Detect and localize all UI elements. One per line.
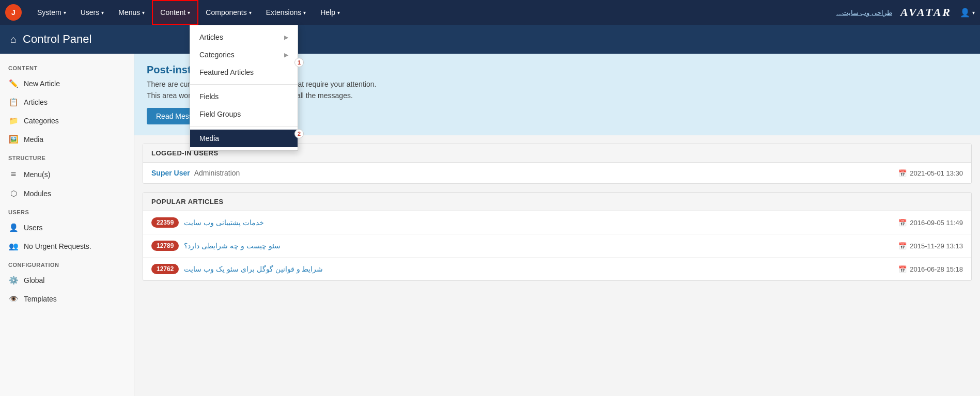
dropdown-media[interactable]: Media (190, 130, 298, 147)
calendar-icon: 📅 (898, 219, 907, 227)
chevron-right-icon: ▶ (284, 34, 288, 41)
pencil-icon: ✏️ (8, 79, 19, 88)
dropdown-articles[interactable]: Articles ▶ (190, 28, 298, 46)
user-role: Administration (194, 169, 240, 177)
article-date: 📅 2016-09-05 11:49 (898, 219, 963, 227)
eye-icon: 👁️ (8, 294, 19, 304)
modules-icon: ⬡ (8, 189, 19, 198)
home-icon[interactable]: ⌂ (10, 34, 17, 45)
sidebar-item-modules[interactable]: ⬡ Modules (0, 184, 134, 203)
calendar-icon: 📅 (898, 169, 907, 177)
sidebar-item-no-urgent[interactable]: 👥 No Urgent Requests. (0, 237, 134, 256)
sidebar-item-users[interactable]: 👤 Users (0, 218, 134, 237)
chevron-down-icon: ▾ (303, 10, 306, 15)
article-count-badge: 12789 (151, 241, 179, 251)
calendar-icon: 📅 (898, 242, 907, 250)
table-row: Super User Administration 📅 2021-05-01 1… (143, 163, 971, 183)
dropdown-group-1: Articles ▶ Categories ▶ Featured Article… (190, 25, 298, 85)
nav-help[interactable]: Help ▾ (313, 0, 347, 25)
control-bar: ⌂ Control Panel (0, 25, 980, 54)
article-date: 📅 2015-11-29 13:13 (898, 242, 963, 250)
article-link[interactable]: خدمات پشتیبانی وب سایت (184, 218, 264, 227)
sidebar-section-configuration: CONFIGURATION (0, 256, 134, 271)
article-date: 📅 2016-06-28 15:18 (898, 265, 963, 273)
sidebar-section-structure: STRUCTURE (0, 149, 134, 164)
dropdown-badge-1: 1 (294, 58, 304, 67)
dropdown-fields[interactable]: Fields (190, 88, 298, 105)
sidebar-item-new-article[interactable]: ✏️ New Article (0, 74, 134, 93)
article-count-badge: 22359 (151, 217, 179, 228)
nav-components[interactable]: Components ▾ (198, 0, 258, 25)
sidebar-item-categories[interactable]: 📁 Categories (0, 112, 134, 130)
sidebar-section-users: USERS (0, 203, 134, 218)
sidebar-section-content: CONTENT (0, 59, 134, 74)
chevron-down-icon: ▾ (972, 10, 975, 15)
dropdown-group-3: Media (190, 126, 298, 150)
chevron-down-icon: ▾ (188, 10, 190, 15)
calendar-icon: 📅 (898, 265, 907, 273)
nav-system[interactable]: System ▾ (30, 0, 73, 25)
chevron-down-icon: ▾ (249, 10, 252, 15)
user-menu[interactable]: 👤 ▾ (960, 8, 975, 18)
gear-icon: ⚙️ (8, 276, 19, 285)
sidebar-item-menus[interactable]: ≡ Menu(s) (0, 164, 134, 184)
dropdown-badge-2: 2 (294, 129, 304, 138)
article-link[interactable]: شرایط و قوانین گوگل برای سئو یک وب سایت (184, 265, 323, 273)
navbar: J System ▾ Users ▾ Menus ▾ Content ▾ Com… (0, 0, 980, 25)
menu-icon: ≡ (8, 169, 19, 180)
nav-users[interactable]: Users ▾ (73, 0, 112, 25)
sidebar: CONTENT ✏️ New Article 📋 Articles 📁 Cate… (0, 54, 134, 396)
user-single-icon: 👤 (8, 223, 19, 232)
table-row: 22359 خدمات پشتیبانی وب سایت 📅 2016-09-0… (143, 211, 971, 234)
dropdown-categories[interactable]: Categories ▶ (190, 46, 298, 64)
control-panel-title: Control Panel (23, 33, 91, 46)
avatar-logo: AVATAR (900, 6, 952, 19)
dropdown-group-2: Fields Field Groups (190, 85, 298, 126)
article-link[interactable]: سئو چیست و چه شرایطی دارد؟ (184, 242, 280, 250)
image-icon: 🖼️ (8, 135, 19, 144)
dropdown-featured-articles[interactable]: Featured Articles (190, 64, 298, 81)
content-dropdown: Articles ▶ Categories ▶ Featured Article… (190, 25, 298, 151)
table-row: 12762 شرایط و قوانین گوگل برای سئو یک وب… (143, 258, 971, 280)
sidebar-item-templates[interactable]: 👁️ Templates (0, 290, 134, 308)
article-count-badge: 12762 (151, 264, 179, 274)
logged-in-date: 📅 2021-05-01 13:30 (898, 169, 963, 177)
layout: CONTENT ✏️ New Article 📋 Articles 📁 Cate… (0, 54, 980, 396)
nav-menus[interactable]: Menus ▾ (111, 0, 152, 25)
navbar-right: طراحی وب سایت... AVATAR 👤 ▾ (836, 6, 975, 19)
users-icon: 👥 (8, 242, 19, 251)
user-icon: 👤 (960, 8, 970, 18)
joomla-icon: J (5, 4, 22, 21)
chevron-down-icon: ▾ (337, 10, 340, 15)
sidebar-item-global[interactable]: ⚙️ Global (0, 271, 134, 290)
nav-content[interactable]: Content ▾ (152, 0, 198, 25)
sidebar-item-articles[interactable]: 📋 Articles (0, 93, 134, 112)
chevron-down-icon: ▾ (64, 10, 66, 15)
chevron-down-icon: ▾ (101, 10, 104, 15)
folder-icon: 📁 (8, 116, 19, 125)
nav-extensions[interactable]: Extensions ▾ (259, 0, 313, 25)
dropdown-field-groups[interactable]: Field Groups (190, 105, 298, 123)
table-row: 12789 سئو چیست و چه شرایطی دارد؟ 📅 2015-… (143, 234, 971, 258)
brand: J (5, 4, 25, 21)
popular-articles-panel: POPULAR ARTICLES 22359 خدمات پشتیبانی وب… (143, 192, 972, 281)
sidebar-item-media[interactable]: 🖼️ Media (0, 130, 134, 149)
nav-items: System ▾ Users ▾ Menus ▾ Content ▾ Compo… (30, 0, 836, 25)
chevron-right-icon: ▶ (284, 52, 288, 58)
popular-articles-header: POPULAR ARTICLES (143, 193, 971, 211)
website-link[interactable]: طراحی وب سایت... (836, 9, 892, 17)
chevron-down-icon: ▾ (142, 10, 145, 15)
articles-icon: 📋 (8, 98, 19, 107)
super-user-link[interactable]: Super User (151, 169, 190, 177)
